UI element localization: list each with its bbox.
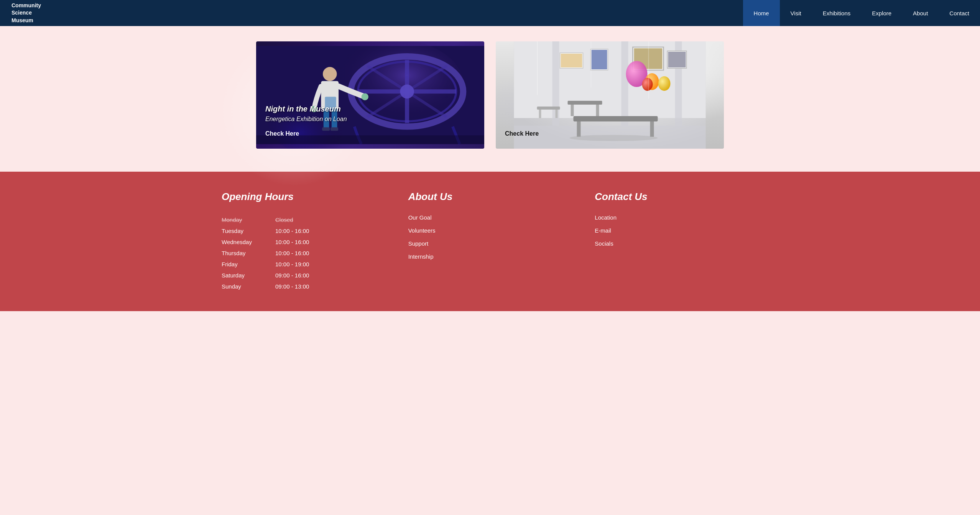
hours-row: Thursday10:00 - 16:00: [222, 248, 385, 259]
footer-about: About Us Our GoalVolunteersSupportIntern…: [408, 191, 572, 292]
list-item: Our Goal: [408, 214, 572, 221]
nav-item-exhibitions[interactable]: Exhibitions: [812, 0, 862, 26]
footer-grid: Opening Hours MondayClosedTuesday10:00 -…: [222, 191, 758, 292]
contact-links: LocationE-mailSocials: [595, 214, 758, 247]
svg-rect-45: [574, 116, 658, 121]
nav-item-explore[interactable]: Explore: [861, 0, 902, 26]
svg-rect-39: [568, 101, 602, 105]
svg-rect-28: [561, 54, 582, 67]
nav-item-visit[interactable]: Visit: [780, 0, 812, 26]
footer-link[interactable]: Internship: [408, 253, 434, 260]
hours-row: Friday10:00 - 19:00: [222, 259, 385, 270]
svg-point-9: [400, 85, 414, 99]
science-card-link[interactable]: Check Here: [265, 130, 475, 141]
footer-hours: Opening Hours MondayClosedTuesday10:00 -…: [222, 191, 385, 292]
svg-rect-40: [571, 105, 574, 116]
svg-point-38: [642, 78, 653, 91]
svg-rect-44: [556, 110, 558, 118]
svg-rect-34: [668, 52, 686, 67]
svg-rect-30: [592, 50, 607, 69]
footer-link[interactable]: Support: [408, 240, 429, 247]
footer-link[interactable]: Volunteers: [408, 227, 436, 234]
hours-row: Saturday09:00 - 16:00: [222, 270, 385, 281]
svg-rect-51: [648, 41, 649, 99]
svg-rect-43: [539, 110, 541, 118]
hours-table: MondayClosedTuesday10:00 - 16:00Wednesda…: [222, 214, 385, 292]
science-card-subtitle: Energetica Exhibition on Loan: [265, 116, 475, 123]
footer-contact-title: Contact Us: [595, 191, 758, 203]
list-item: Location: [595, 214, 758, 221]
footer-link[interactable]: Socials: [595, 240, 613, 247]
svg-rect-49: [537, 41, 538, 95]
list-item: Volunteers: [408, 227, 572, 234]
list-item: E-mail: [595, 227, 758, 234]
hours-row: Sunday09:00 - 13:00: [222, 281, 385, 292]
svg-rect-42: [537, 107, 560, 110]
site-header: Community Science Museum HomeVisitExhibi…: [0, 0, 980, 26]
footer-hours-title: Opening Hours: [222, 191, 385, 203]
hours-row: Tuesday10:00 - 16:00: [222, 225, 385, 236]
list-item: Internship: [408, 253, 572, 260]
svg-point-10: [323, 67, 337, 81]
about-links: Our GoalVolunteersSupportInternship: [408, 214, 572, 260]
footer-link[interactable]: Location: [595, 214, 617, 221]
science-card-title: Night in the Museum: [265, 105, 475, 113]
gallery-card-link[interactable]: Check Here: [505, 130, 715, 141]
main-nav: HomeVisitExhibitionsExploreAboutContact: [743, 0, 980, 26]
exhibition-cards: Night in the Museum Energetica Exhibitio…: [241, 41, 739, 149]
main-content: Night in the Museum Energetica Exhibitio…: [0, 26, 980, 172]
nav-item-home[interactable]: Home: [743, 0, 780, 26]
science-card-content: Night in the Museum Energetica Exhibitio…: [256, 97, 484, 149]
hours-row: MondayClosed: [222, 214, 385, 225]
svg-rect-41: [596, 105, 599, 116]
site-logo[interactable]: Community Science Museum: [0, 0, 77, 26]
gallery-card[interactable]: Check Here: [496, 41, 724, 149]
list-item: Socials: [595, 240, 758, 247]
svg-point-37: [658, 76, 671, 91]
science-card[interactable]: Night in the Museum Energetica Exhibitio…: [256, 41, 484, 149]
footer-link[interactable]: Our Goal: [408, 214, 432, 221]
nav-item-contact[interactable]: Contact: [939, 0, 980, 26]
site-footer: Opening Hours MondayClosedTuesday10:00 -…: [0, 172, 980, 311]
footer-contact: Contact Us LocationE-mailSocials: [595, 191, 758, 292]
svg-rect-25: [622, 41, 628, 126]
list-item: Support: [408, 240, 572, 247]
hours-row: Wednesday10:00 - 16:00: [222, 236, 385, 248]
footer-link[interactable]: E-mail: [595, 227, 611, 234]
nav-item-about[interactable]: About: [902, 0, 939, 26]
footer-about-title: About Us: [408, 191, 572, 203]
svg-rect-50: [591, 41, 592, 87]
gallery-card-content: Check Here: [496, 123, 724, 149]
